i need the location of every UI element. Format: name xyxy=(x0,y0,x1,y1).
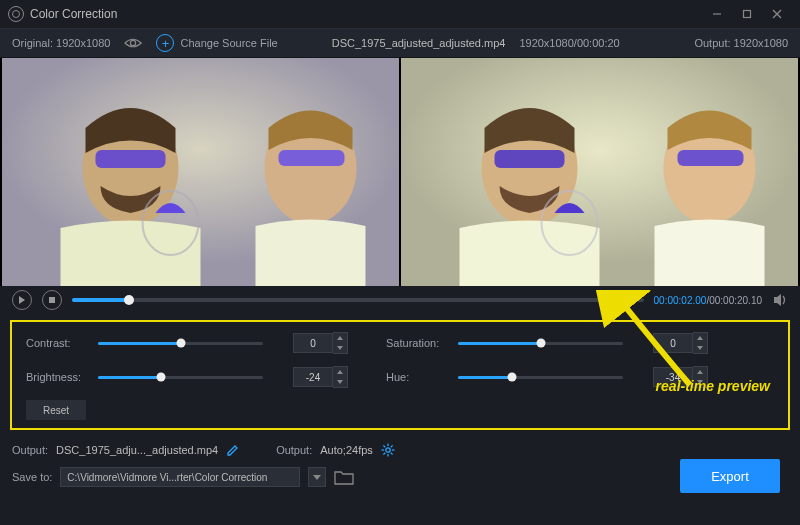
browse-folder-icon[interactable] xyxy=(334,469,354,485)
output-resolution-label: Output: 1920x1080 xyxy=(694,37,788,49)
hue-step-down[interactable] xyxy=(693,377,707,387)
save-path-field[interactable]: C:\Vidmore\Vidmore Vi...rter\Color Corre… xyxy=(60,467,300,487)
svg-marker-37 xyxy=(313,475,321,480)
timecode-total: 00:00:20.10 xyxy=(709,295,762,306)
brightness-slider[interactable] xyxy=(98,376,263,379)
contrast-slider[interactable] xyxy=(98,342,263,345)
svg-rect-16 xyxy=(678,150,744,166)
transport-bar: 00:00:02.00/00:00:20.10 xyxy=(0,286,800,314)
output-format-value: Auto;24fps xyxy=(320,444,373,456)
saturation-slider[interactable] xyxy=(458,342,623,345)
svg-point-28 xyxy=(386,448,390,452)
contrast-label: Contrast: xyxy=(26,337,88,349)
plus-icon: + xyxy=(156,34,174,52)
contrast-value[interactable]: 0 xyxy=(293,333,333,353)
svg-marker-25 xyxy=(337,380,343,384)
change-source-button[interactable]: + Change Source File xyxy=(156,34,277,52)
timecode-current: 00:00:02.00 xyxy=(654,295,707,306)
brightness-step-down[interactable] xyxy=(333,377,347,387)
svg-marker-19 xyxy=(774,294,781,306)
svg-rect-1 xyxy=(744,11,751,18)
minimize-button[interactable] xyxy=(702,4,732,24)
source-filename: DSC_1975_adjusted_adjusted.mp4 xyxy=(332,37,506,49)
play-button[interactable] xyxy=(12,290,32,310)
adjusted-preview-pane xyxy=(401,58,798,286)
timeline-scrubber[interactable] xyxy=(72,298,644,302)
hue-value[interactable]: -34 xyxy=(653,367,693,387)
svg-marker-24 xyxy=(337,370,343,374)
color-controls-panel: Contrast: 0 Saturation: 0 Brightness: -2… xyxy=(10,320,790,430)
brightness-step-up[interactable] xyxy=(333,367,347,377)
svg-marker-22 xyxy=(697,336,703,340)
saturation-step-up[interactable] xyxy=(693,333,707,343)
preview-area xyxy=(0,58,800,286)
hue-step-up[interactable] xyxy=(693,367,707,377)
save-to-label: Save to: xyxy=(12,471,52,483)
svg-line-36 xyxy=(383,453,385,455)
original-preview-pane xyxy=(2,58,399,286)
brightness-label: Brightness: xyxy=(26,371,88,383)
output-filename: DSC_1975_adju..._adjusted.mp4 xyxy=(56,444,218,456)
brightness-value[interactable]: -24 xyxy=(293,367,333,387)
source-metadata: 1920x1080/00:00:20 xyxy=(519,37,619,49)
output-label: Output: xyxy=(12,444,48,456)
saturation-value[interactable]: 0 xyxy=(653,333,693,353)
close-button[interactable] xyxy=(762,4,792,24)
svg-line-33 xyxy=(383,445,385,447)
svg-marker-26 xyxy=(697,370,703,374)
save-path-dropdown[interactable] xyxy=(308,467,326,487)
svg-marker-27 xyxy=(697,380,703,384)
saturation-step-down[interactable] xyxy=(693,343,707,353)
reset-button[interactable]: Reset xyxy=(26,400,86,420)
title-bar: Color Correction xyxy=(0,0,800,28)
hue-slider[interactable] xyxy=(458,376,623,379)
change-source-label: Change Source File xyxy=(180,37,277,49)
hue-label: Hue: xyxy=(386,371,448,383)
svg-rect-18 xyxy=(49,297,55,303)
svg-line-35 xyxy=(391,445,393,447)
stop-button[interactable] xyxy=(42,290,62,310)
app-icon xyxy=(8,6,24,22)
svg-marker-23 xyxy=(697,346,703,350)
output-format-label: Output: xyxy=(276,444,312,456)
output-settings-icon[interactable] xyxy=(381,443,395,457)
svg-rect-13 xyxy=(495,150,565,168)
svg-line-34 xyxy=(391,453,393,455)
svg-rect-10 xyxy=(279,150,345,166)
edit-filename-icon[interactable] xyxy=(226,443,240,457)
original-resolution-label: Original: 1920x1080 xyxy=(12,37,110,49)
contrast-step-up[interactable] xyxy=(333,333,347,343)
timecode: 00:00:02.00/00:00:20.10 xyxy=(654,295,762,306)
svg-marker-17 xyxy=(19,296,25,304)
contrast-step-down[interactable] xyxy=(333,343,347,353)
preview-toggle-icon[interactable] xyxy=(124,36,142,50)
info-bar: Original: 1920x1080 + Change Source File… xyxy=(0,28,800,58)
svg-marker-20 xyxy=(337,336,343,340)
saturation-label: Saturation: xyxy=(386,337,448,349)
window-title: Color Correction xyxy=(30,7,117,21)
svg-point-4 xyxy=(131,40,136,45)
maximize-button[interactable] xyxy=(732,4,762,24)
svg-rect-7 xyxy=(96,150,166,168)
svg-marker-21 xyxy=(337,346,343,350)
export-button[interactable]: Export xyxy=(680,459,780,493)
volume-icon[interactable] xyxy=(772,292,788,308)
